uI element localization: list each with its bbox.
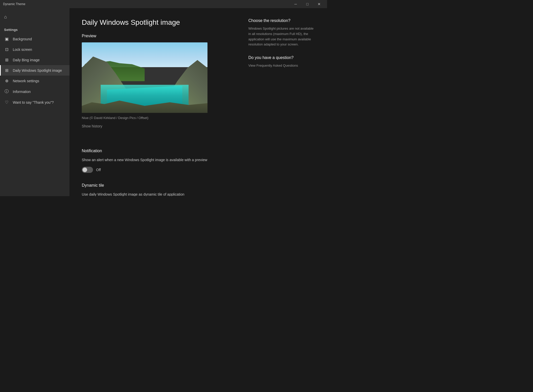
- app-body: ⌂ Settings ▣ Background ⊡ Lock screen ⊞ …: [0, 8, 327, 196]
- sidebar-item-lock-screen[interactable]: ⊡ Lock screen: [0, 44, 69, 55]
- faq-title: Do you have a question?: [248, 55, 315, 60]
- sidebar: ⌂ Settings ▣ Background ⊡ Lock screen ⊞ …: [0, 8, 69, 196]
- sidebar-item-background[interactable]: ▣ Background: [0, 34, 69, 44]
- maximize-button[interactable]: □: [302, 0, 313, 8]
- faq-link[interactable]: View Frequently Asked Questions: [248, 64, 298, 67]
- sidebar-settings-heading: Settings: [0, 23, 69, 34]
- preview-section: Preview Niue (© David Kirkland / Design …: [82, 34, 233, 138]
- sidebar-item-label: Want to say "Thank you"?: [13, 100, 54, 104]
- notification-toggle-row: Off: [82, 167, 233, 173]
- sidebar-item-network-settings[interactable]: ⊕ Network settings: [0, 76, 69, 86]
- sidebar-item-label: Daily Windows Spotlight image: [13, 68, 62, 73]
- spotlight-icon: ⊞: [4, 68, 9, 73]
- notification-toggle-label: Off: [96, 168, 101, 172]
- resolution-description: Windows Spotlight pictures are not avail…: [248, 26, 315, 47]
- app-title: Dynamic Theme: [3, 2, 25, 6]
- home-icon: ⌂: [4, 14, 7, 20]
- toggle-knob: [83, 168, 87, 172]
- network-icon: ⊕: [4, 78, 9, 83]
- notification-toggle[interactable]: [82, 167, 93, 173]
- sidebar-item-information[interactable]: ⓘ Information: [0, 86, 69, 97]
- sidebar-item-label: Information: [13, 90, 31, 94]
- sidebar-item-daily-bing[interactable]: ⊞ Daily Bing image: [0, 55, 69, 65]
- lock-screen-icon: ⊡: [4, 47, 9, 52]
- main-content: Daily Windows Spotlight image Preview: [69, 8, 327, 196]
- sidebar-item-label: Lock screen: [13, 47, 32, 52]
- dynamic-tile-section: Dynamic tile Use daily Windows Spotlight…: [82, 183, 233, 196]
- preview-image: [82, 42, 207, 113]
- sidebar-home-button[interactable]: ⌂: [0, 11, 69, 23]
- content-left: Daily Windows Spotlight image Preview: [82, 18, 233, 186]
- image-caption: Niue (© David Kirkland / Design Pics / O…: [82, 116, 233, 120]
- close-button[interactable]: ✕: [313, 0, 325, 8]
- resolution-title: Choose the resolution?: [248, 18, 315, 23]
- notification-section-title: Notification: [82, 149, 233, 153]
- information-icon: ⓘ: [4, 89, 9, 94]
- dynamic-tile-description: Use daily Windows Spotlight image as dyn…: [82, 192, 233, 196]
- window-controls: ─ □ ✕: [290, 0, 325, 8]
- show-history-link[interactable]: Show history: [82, 124, 102, 128]
- notification-description: Show an alert when a new Windows Spotlig…: [82, 157, 233, 163]
- sidebar-item-label: Daily Bing image: [13, 58, 40, 62]
- bing-icon: ⊞: [4, 57, 9, 62]
- sidebar-item-label: Background: [13, 37, 32, 41]
- sidebar-item-thank-you[interactable]: ♡ Want to say "Thank you"?: [0, 97, 69, 108]
- content-right: Choose the resolution? Windows Spotlight…: [248, 18, 315, 186]
- preview-image-container: [82, 42, 207, 113]
- title-bar: Dynamic Theme ─ □ ✕: [0, 0, 327, 8]
- sidebar-item-daily-spotlight[interactable]: ⊞ Daily Windows Spotlight image: [0, 65, 69, 76]
- minimize-button[interactable]: ─: [290, 0, 302, 8]
- thank-you-icon: ♡: [4, 100, 9, 105]
- dynamic-tile-section-title: Dynamic tile: [82, 183, 233, 188]
- preview-section-title: Preview: [82, 34, 233, 38]
- page-title: Daily Windows Spotlight image: [82, 18, 233, 27]
- notification-section: Notification Show an alert when a new Wi…: [82, 149, 233, 173]
- sidebar-item-label: Network settings: [13, 79, 39, 83]
- background-icon: ▣: [4, 37, 9, 41]
